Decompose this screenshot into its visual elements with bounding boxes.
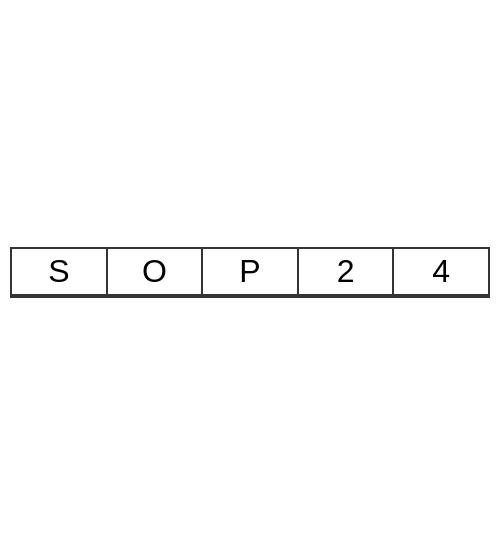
header-col-S: S bbox=[12, 249, 108, 294]
header-col-P: P bbox=[203, 249, 299, 294]
header-row: SOP24 bbox=[12, 249, 488, 296]
bingo-card: SOP24 bbox=[10, 247, 490, 298]
header-col-O: O bbox=[108, 249, 204, 294]
header-col-2: 2 bbox=[299, 249, 395, 294]
header-col-4: 4 bbox=[394, 249, 488, 294]
